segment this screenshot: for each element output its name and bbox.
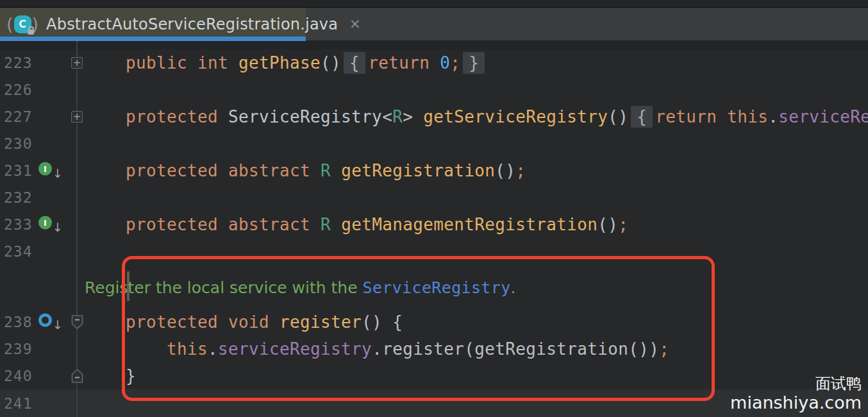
line-number[interactable]: 223 bbox=[4, 49, 33, 76]
code-line-233: 233I↓ protected abstract R getManagement… bbox=[0, 211, 868, 238]
editor-tab-bar: ( C ) AbstractAutoServiceRegistration.ja… bbox=[0, 8, 868, 40]
fold-expand-icon: + bbox=[71, 57, 83, 69]
window-top-strip bbox=[0, 0, 868, 8]
code-line-227: 227+ protected ServiceRegistry<R> getSer… bbox=[0, 103, 868, 130]
code-text[interactable]: public int getPhase(){return 0;} bbox=[85, 49, 487, 76]
code-editor[interactable]: 223+ public int getPhase(){return 0;}226… bbox=[0, 40, 868, 417]
gutter-separator bbox=[76, 40, 78, 417]
code-text[interactable]: protected abstract R getManagementRegist… bbox=[85, 211, 628, 238]
watermark: 面试鸭 mianshiya.com bbox=[730, 375, 862, 413]
line-number[interactable]: 234 bbox=[4, 238, 33, 265]
down-arrow-icon: ↓ bbox=[53, 221, 63, 234]
doc-comment-text[interactable]: Register the local service with the Serv… bbox=[85, 274, 516, 301]
code-line-238: 238↓ protected void register() { bbox=[0, 309, 868, 336]
code-line-239: 239 this.serviceRegistry.register(getReg… bbox=[0, 336, 868, 362]
line-number[interactable]: 239 bbox=[4, 336, 33, 362]
code-text[interactable]: } bbox=[85, 362, 136, 389]
tab-title: AbstractAutoServiceRegistration.java bbox=[46, 15, 338, 33]
line-number[interactable]: 240 bbox=[4, 362, 33, 389]
watermark-url: mianshiya.com bbox=[730, 393, 862, 413]
tab-close-icon[interactable]: ✕ bbox=[349, 17, 361, 32]
fold-marker-collapsed[interactable]: + bbox=[71, 111, 83, 123]
code-line-230: 230 bbox=[0, 130, 868, 157]
code-text[interactable]: protected ServiceRegistry<R> getServiceR… bbox=[85, 103, 868, 130]
doc-comment-line: Register the local service with the Serv… bbox=[0, 265, 868, 309]
line-number[interactable]: 226 bbox=[4, 76, 33, 103]
class-icon-letter: C bbox=[19, 18, 26, 30]
line-number[interactable]: 231 bbox=[4, 157, 33, 184]
java-class-icon: ( C ) bbox=[6, 15, 38, 33]
overridden-gutter-icon[interactable]: ↓ bbox=[38, 314, 63, 331]
code-rows: 223+ public int getPhase(){return 0;}226… bbox=[0, 49, 868, 417]
code-line-226: 226 bbox=[0, 76, 868, 103]
code-text[interactable]: protected void register() { bbox=[85, 309, 403, 336]
readonly-lock-icon bbox=[28, 30, 34, 35]
fold-marker-open-top[interactable] bbox=[71, 315, 83, 330]
code-line-232: 232 bbox=[0, 184, 868, 211]
clipped-line-band bbox=[0, 40, 868, 49]
line-number[interactable]: 241 bbox=[4, 389, 33, 417]
code-line-234: 234 bbox=[0, 238, 868, 265]
fold-marker-open-bottom[interactable] bbox=[71, 369, 83, 384]
line-number[interactable]: 233 bbox=[4, 211, 33, 238]
code-line-223: 223+ public int getPhase(){return 0;} bbox=[0, 49, 868, 76]
down-arrow-icon: ↓ bbox=[53, 319, 63, 331]
tab-active-underline bbox=[0, 37, 306, 41]
watermark-cn: 面试鸭 bbox=[730, 375, 862, 393]
implemented-gutter-icon[interactable]: I↓ bbox=[38, 162, 63, 180]
line-number[interactable]: 238 bbox=[4, 309, 33, 336]
ide-window: ( C ) AbstractAutoServiceRegistration.ja… bbox=[0, 0, 868, 417]
line-number[interactable]: 230 bbox=[4, 130, 33, 157]
fold-expand-icon: + bbox=[71, 111, 83, 123]
fold-marker-collapsed[interactable]: + bbox=[71, 57, 83, 69]
down-arrow-icon: ↓ bbox=[53, 167, 63, 180]
line-number[interactable]: 227 bbox=[4, 103, 33, 130]
code-text[interactable]: this.serviceRegistry.register(getRegistr… bbox=[85, 336, 669, 362]
tab-abstract-auto-service-registration[interactable]: ( C ) AbstractAutoServiceRegistration.ja… bbox=[0, 8, 306, 40]
line-number[interactable]: 232 bbox=[4, 184, 33, 211]
code-line-231: 231I↓ protected abstract R getRegistrati… bbox=[0, 157, 868, 184]
implemented-gutter-icon[interactable]: I↓ bbox=[38, 216, 63, 234]
code-text[interactable]: protected abstract R getRegistration(); bbox=[85, 157, 526, 184]
